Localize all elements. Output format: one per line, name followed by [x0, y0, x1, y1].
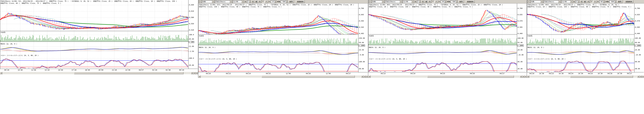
- horizontal-scrollbar[interactable]: ◀ ▶ ◀ ▶: [527, 75, 644, 78]
- scroll-left-icon[interactable]: ◀: [193, 72, 196, 74]
- chart-panel: ▼ 先物▼ 日経225mini▼ 12/06▼ 足 1◢ 日週月分T 分 60◢…: [527, 0, 644, 78]
- market-select[interactable]: 先物▼: [202, 0, 214, 3]
- tick-spinbox[interactable]: 1◢: [576, 0, 580, 3]
- scroll-right-icon[interactable]: ▶: [637, 75, 640, 78]
- tick-spinbox[interactable]: 1◢: [247, 0, 251, 3]
- apply-button[interactable]: 適用: [617, 0, 622, 3]
- scroll-right-icon[interactable]: ▶: [520, 75, 522, 78]
- multi-symbol-button[interactable]: 複数銘柄: [296, 0, 305, 3]
- mini-combo[interactable]: ▼: [198, 0, 202, 3]
- contract-select[interactable]: 12/06▼: [403, 0, 414, 3]
- scroll-left-icon[interactable]: ◀: [0, 72, 2, 74]
- time-axis-label: 16:30: [558, 73, 564, 74]
- scrollbar-track[interactable]: [201, 75, 361, 78]
- scroll-left-icon[interactable]: ◀: [198, 75, 201, 78]
- period-button[interactable]: 週: [255, 0, 258, 3]
- period-button[interactable]: 月: [428, 0, 431, 3]
- tick-spinbox[interactable]: 1◢: [417, 0, 421, 3]
- period-button[interactable]: 日: [421, 0, 424, 3]
- chevron-down-icon: ▼: [558, 0, 561, 3]
- chevron-down-icon: ▼: [212, 0, 214, 3]
- minutes-spinbox[interactable]: 60◢: [599, 0, 605, 3]
- multi-symbol-button[interactable]: 複数銘柄: [624, 0, 633, 3]
- scroll-right-icon[interactable]: ▶: [361, 75, 364, 78]
- period-button[interactable]: 分: [590, 0, 593, 3]
- period-button[interactable]: T: [594, 0, 596, 3]
- bars-spinbox-value: 500: [610, 1, 614, 3]
- indicator-label: 一目均衡表( 9, 26, 52 ): [270, 4, 290, 6]
- apply-button[interactable]: 適用: [288, 0, 294, 3]
- scroll-left-icon[interactable]: ◀: [640, 75, 642, 78]
- indicator-label: 日経225mini 12/06( 60分, 2012/04/19 - 2012/…: [528, 4, 575, 6]
- price-chart-canvas[interactable]: [368, 3, 526, 75]
- chevron-down-icon: ▼: [230, 0, 232, 3]
- scrollbar-thumb[interactable]: [570, 75, 633, 78]
- spinner-button-icon[interactable]: ◢: [274, 0, 276, 3]
- spinner-button-icon[interactable]: ◢: [614, 0, 616, 3]
- spinner-button-icon[interactable]: ◢: [603, 0, 605, 3]
- horizontal-scrollbar[interactable]: ◀ ▶ ◀ ▶: [0, 72, 198, 74]
- spinner-button-icon[interactable]: ◢: [456, 0, 458, 3]
- scroll-right-icon[interactable]: ▶: [196, 72, 198, 74]
- period-button[interactable]: 月: [587, 0, 590, 3]
- market-select[interactable]: 先物▼: [372, 0, 384, 3]
- multi-symbol-button[interactable]: 複数銘柄: [466, 0, 475, 3]
- symbol-select[interactable]: 日経225mini▼: [385, 0, 402, 3]
- bars-spinbox[interactable]: 500◢: [281, 0, 288, 3]
- period-button[interactable]: 日: [580, 0, 583, 3]
- price-axis-label: 9,505: [518, 26, 522, 28]
- price-axis-label: 9,700: [518, 7, 522, 9]
- price-chart-canvas[interactable]: [0, 0, 198, 72]
- apply-button[interactable]: 適用: [458, 0, 464, 3]
- scroll-left-icon[interactable]: ◀: [364, 75, 366, 78]
- period-button[interactable]: 分: [262, 0, 264, 3]
- price-chart-canvas[interactable]: [527, 3, 644, 75]
- spinner-button-icon[interactable]: ◢: [444, 0, 446, 3]
- scrollbar-thumb[interactable]: [262, 75, 355, 78]
- scrollbar-track[interactable]: [2, 72, 191, 74]
- bars-spinbox[interactable]: 500◢: [451, 0, 458, 3]
- time-axis-label: 21:20: [111, 69, 118, 71]
- contract-select[interactable]: 12/06▼: [233, 0, 244, 3]
- time-axis-label: 09:20: [4, 69, 10, 71]
- contract-select[interactable]: 12/06▼: [561, 0, 573, 3]
- scroll-left-icon[interactable]: ◀: [368, 75, 370, 78]
- time-axis-label: 16:30: [597, 73, 603, 74]
- market-select[interactable]: 先物▼: [530, 0, 543, 3]
- period-button[interactable]: 週: [425, 0, 428, 3]
- price-chart-canvas[interactable]: [198, 3, 368, 75]
- period-button[interactable]: 分: [432, 0, 434, 3]
- period-button[interactable]: 月: [258, 0, 261, 3]
- mini-combo[interactable]: ▼: [368, 0, 371, 3]
- chart-header-line-2: 移動平均( Close, 150 )移動平均( Close, 40 )移動平均(…: [199, 6, 282, 8]
- spinner-button-icon[interactable]: ◢: [286, 0, 288, 3]
- spinner-button-icon[interactable]: ◢: [578, 0, 579, 3]
- scrollbar-track[interactable]: [370, 75, 520, 78]
- period-button[interactable]: T: [435, 0, 438, 3]
- chart-header-line-2: 移動平均( Close, 10 )移動平均( Close, 150 )移動平均(…: [369, 6, 472, 8]
- symbol-select[interactable]: 日経225mini▼: [215, 0, 232, 3]
- scrollbar-thumb[interactable]: [74, 72, 184, 74]
- indicator-label: 日経225mini 12/06( 15分, 2012/04/19 - 2012/…: [199, 4, 246, 6]
- mini-combo[interactable]: ▼: [527, 0, 530, 3]
- minutes-spinbox-value: 30: [441, 1, 444, 3]
- horizontal-scrollbar[interactable]: ◀ ▶ ◀ ▶: [368, 75, 527, 78]
- chart-workspace: 日経225mini 12/06( 5分, 2012/04/25 - 2012/0…: [0, 0, 644, 114]
- minutes-spinbox[interactable]: 30◢: [441, 0, 446, 3]
- period-button[interactable]: 日: [251, 0, 254, 3]
- period-button[interactable]: T: [265, 0, 268, 3]
- scroll-left-icon[interactable]: ◀: [527, 75, 529, 78]
- bars-spinbox[interactable]: 500◢: [609, 0, 616, 3]
- minutes-spinbox[interactable]: 15◢: [271, 0, 276, 3]
- scroll-right-icon[interactable]: ▶: [642, 75, 644, 78]
- horizontal-scrollbar[interactable]: ◀ ▶ ◀ ▶: [198, 75, 368, 78]
- symbol-select[interactable]: 日経225mini▼: [544, 0, 561, 3]
- scrollbar-thumb[interactable]: [427, 75, 514, 78]
- spinner-button-icon[interactable]: ◢: [249, 0, 251, 3]
- volume-multiplier-badge: × 1000: [358, 45, 365, 47]
- scroll-left-icon[interactable]: ◀: [522, 75, 524, 78]
- period-button[interactable]: 週: [583, 0, 586, 3]
- spinner-button-icon[interactable]: ◢: [419, 0, 421, 3]
- scroll-right-icon[interactable]: ▶: [191, 72, 193, 74]
- scrollbar-track[interactable]: [529, 75, 637, 78]
